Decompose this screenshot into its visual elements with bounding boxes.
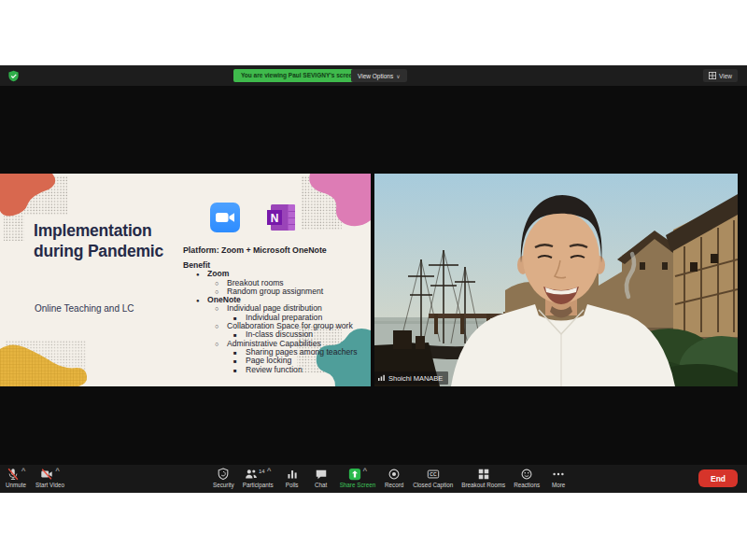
toolbar-polls-button[interactable]: Polls (282, 468, 303, 488)
shared-screen-slide: Implementation during Pandemic Online Te… (0, 174, 371, 386)
toolbar-item-label: Security (213, 482, 234, 488)
zoom-meeting-window: You are viewing Paul SEVIGNY's screen Vi… (0, 65, 747, 493)
bullet-marker: ● (196, 297, 207, 305)
share-screen-icon (348, 468, 361, 481)
toolbar-start-video-button[interactable]: ^Start Video (35, 468, 64, 488)
meeting-toolbar: ^Unmute^Start Video Security14^Participa… (0, 465, 747, 493)
view-button[interactable]: View (703, 69, 738, 82)
bullet-item: ○Collaboration Space for group work (0, 322, 371, 330)
polls-icon (286, 468, 299, 481)
toolbar-more-button[interactable]: More (548, 468, 569, 488)
view-options-button[interactable]: View Options ∨ (351, 69, 407, 82)
toolbar-item-label: Unmute (6, 482, 26, 488)
zoom-app-icon (210, 203, 240, 232)
bullet-marker: ● (196, 271, 207, 279)
toolbar-item-label: Polls (286, 482, 299, 488)
security-shield-icon (217, 468, 230, 481)
svg-text:N: N (271, 212, 279, 225)
chevron-up-icon[interactable]: ^ (363, 468, 368, 474)
bullet-marker: ■ (233, 367, 246, 375)
reactions-icon (520, 468, 533, 481)
virtual-background-scene (374, 174, 738, 386)
onenote-app-icon: N (266, 203, 296, 232)
chat-icon (315, 468, 328, 481)
breakout-rooms-icon (477, 468, 490, 481)
bullet-marker: ○ (215, 322, 227, 330)
audio-level-icon (378, 373, 386, 383)
bullet-item: ○Random group assignment (0, 287, 371, 296)
participants-count-badge: 14 (259, 468, 265, 475)
participant-name: Shoichi MANABE (388, 374, 443, 383)
toolbar-item-label: Chat (315, 482, 327, 488)
more-icon (552, 468, 565, 481)
meeting-topbar: You are viewing Paul SEVIGNY's screen Vi… (0, 65, 747, 86)
desktop: You are viewing Paul SEVIGNY's screen Vi… (0, 0, 747, 560)
chevron-up-icon[interactable]: ^ (21, 468, 26, 474)
chevron-up-icon[interactable]: ^ (55, 468, 60, 474)
toolbar-chat-button[interactable]: Chat (311, 468, 331, 488)
bullet-item: ■Sharing pages among teachers (0, 348, 371, 357)
video-muted-icon (40, 468, 53, 481)
closed-caption-icon: CC (427, 468, 440, 481)
grid-view-icon (709, 72, 716, 80)
toolbar-item-label: Closed Caption (413, 482, 453, 488)
bullet-text: Review function (246, 365, 303, 374)
toolbar-item-label: Breakout Rooms (461, 482, 505, 488)
benefit-heading: Benefit (0, 261, 371, 270)
toolbar-item-label: Reactions (514, 482, 540, 488)
toolbar-item-label: Participants (243, 482, 274, 488)
end-meeting-button[interactable]: End (698, 469, 738, 487)
bullet-marker: ○ (215, 304, 227, 313)
bullet-item: ■Page locking (0, 357, 371, 365)
bullet-text: Zoom (207, 269, 229, 278)
bullet-item: ■Review function (0, 366, 371, 374)
toolbar-share-screen-button[interactable]: ^Share Screen (340, 468, 376, 488)
toolbar-record-button[interactable]: Record (384, 468, 404, 488)
toolbar-item-label: Record (385, 482, 403, 488)
record-icon (388, 468, 401, 481)
toolbar-closed-caption-button[interactable]: CCClosed Caption (413, 468, 453, 488)
bullet-item: ●Zoom (0, 270, 371, 278)
toolbar-item-label: Share Screen (340, 482, 376, 488)
toolbar-breakout-rooms-button[interactable]: Breakout Rooms (461, 468, 505, 488)
platform-line: Platform: Zoom + Microsoft OneNote (183, 245, 327, 255)
participant-video-tile[interactable]: Shoichi MANABE (374, 174, 738, 386)
toolbar-reactions-button[interactable]: Reactions (514, 468, 540, 488)
slide-title: Implementation during Pandemic (34, 220, 188, 262)
encryption-shield-icon (7, 69, 20, 81)
view-button-label: View (719, 73, 732, 79)
participant-nametag: Shoichi MANABE (374, 371, 448, 385)
view-options-label: View Options (358, 73, 393, 79)
toolbar-participants-button[interactable]: 14^Participants (243, 468, 274, 488)
benefit-list: Benefit ●Zoom○Breakout rooms○Random grou… (0, 261, 371, 374)
bullet-text: Random group assignment (227, 287, 323, 296)
toolbar-security-button[interactable]: Security (213, 468, 234, 488)
screen-share-banner: You are viewing Paul SEVIGNY's screen (233, 69, 363, 82)
chevron-up-icon[interactable]: ^ (267, 468, 272, 474)
bullet-marker: ○ (215, 279, 227, 287)
mic-muted-icon (7, 468, 20, 481)
toolbar-item-label: More (552, 482, 565, 488)
toolbar-unmute-button[interactable]: ^Unmute (6, 468, 26, 488)
chevron-down-icon: ∨ (396, 73, 400, 79)
bullet-marker: ○ (215, 340, 227, 348)
svg-text:CC: CC (430, 471, 437, 477)
toolbar-item-label: Start Video (35, 482, 64, 488)
participants-icon (245, 468, 258, 481)
